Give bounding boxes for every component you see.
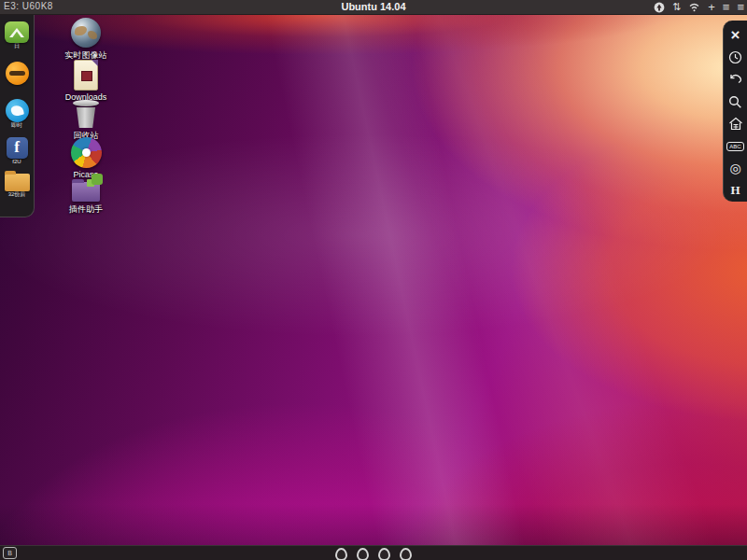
desktop-icon-downloads[interactable]: Downloads [50,60,121,102]
desktop-icon-plugin-folder[interactable]: 插件助手 [50,176,121,216]
bottom-bar: B [0,545,747,560]
nav-blob-icon[interactable] [357,548,369,560]
orange-app-icon[interactable] [6,62,29,85]
nav-blob-icon[interactable] [335,548,347,560]
ring-icon[interactable]: ◎ [729,158,740,180]
close-icon[interactable]: × [731,24,740,47]
menu-icon[interactable]: ≡ [723,0,730,14]
launcher-item-facebook[interactable]: f f2U [7,129,28,165]
plus-icon[interactable]: + [708,0,715,14]
green-app-icon[interactable] [5,21,29,43]
app-chip-icon[interactable]: B [3,547,17,559]
purple-folder-puzzle-icon[interactable] [72,182,100,202]
remote-desktop-screen: E3: U60K8 Ubuntu 14.04 ⇅ + ≡ ≡ 日 [0,0,747,560]
search-icon[interactable] [728,91,742,113]
trash-icon[interactable] [75,107,97,128]
menu-icon[interactable]: ≡ [737,0,744,14]
clock-icon[interactable] [728,47,742,69]
desktop-icon-globe[interactable]: 实时图像站 [50,18,121,62]
launcher-label: f2U [12,159,21,165]
trash-icon [73,100,99,106]
globe-icon[interactable] [71,18,101,48]
desktop-icon-label: 插件助手 [69,203,103,216]
top-bar: E3: U60K8 Ubuntu 14.04 ⇅ + ≡ ≡ [0,0,747,15]
window-title: Ubuntu 14.04 [341,1,405,12]
handle-h-icon[interactable]: H [730,179,740,202]
keyboard-abc-icon[interactable]: ABC [726,135,743,158]
picasa-pinwheel-icon[interactable] [71,137,102,168]
document-icon[interactable] [74,60,98,91]
launcher-item-orange[interactable] [6,49,29,85]
launcher-panel: 日 即时 f f2U 32份后 [0,14,35,217]
twitter-bird-icon[interactable] [6,99,29,122]
nav-blob-icon[interactable] [400,548,412,560]
facebook-icon[interactable]: f [7,137,28,159]
desktop-icon-trash[interactable]: 回收站 [50,100,121,142]
launcher-label: 32份后 [8,191,26,198]
desktop-icon-picasa[interactable]: Picasa [50,137,121,179]
bottom-nav-icons [335,548,412,560]
launcher-label: 日 [14,43,20,49]
nav-blob-icon[interactable] [378,548,390,560]
home-icon[interactable] [728,113,743,135]
launcher-item-folder[interactable]: 32份后 [5,165,30,198]
folder-icon[interactable] [5,174,30,191]
connection-label: E3: U60K8 [4,1,53,11]
undo-icon[interactable] [728,69,743,91]
top-bar-actions: ⇅ + ≡ ≡ [654,0,744,14]
launcher-item-twitter[interactable]: 即时 [6,85,29,129]
updown-arrows-icon[interactable]: ⇅ [672,0,681,14]
record-circle-icon[interactable] [654,2,665,13]
viewer-toolbar: × ABC ◎ H [723,21,747,202]
wifi-icon[interactable] [688,2,700,12]
launcher-label: 即时 [11,122,22,129]
launcher-item-green[interactable]: 日 [5,14,29,49]
